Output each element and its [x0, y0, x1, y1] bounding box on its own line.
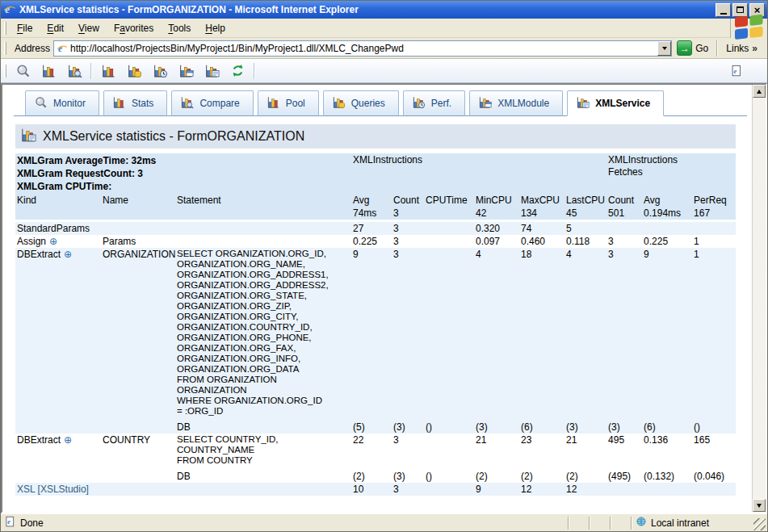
tab-pool[interactable]: Pool — [258, 90, 319, 116]
links-menu[interactable]: Links » — [721, 43, 764, 54]
value-cell: 18 — [519, 248, 564, 417]
menu-file[interactable]: File — [10, 20, 40, 36]
group-header-instructions: XMLInstructions — [351, 153, 606, 194]
totals-value: 0.194ms — [642, 207, 692, 220]
tab-monitor[interactable]: Monitor — [25, 90, 99, 116]
value-cell: 4 — [474, 248, 519, 417]
totals-value: 42 — [474, 207, 519, 220]
group-header-fetches-line: Fetches — [608, 166, 734, 178]
name-cell — [101, 467, 175, 483]
xmlmodule-button[interactable] — [174, 61, 198, 82]
statement-line: ORGANIZATION.ORG_ADDRESS2, — [177, 280, 350, 291]
tab-xmlservice[interactable]: XMLService — [567, 90, 664, 116]
value-cell — [424, 222, 474, 235]
totals-value: 74ms — [351, 207, 392, 220]
perf-button[interactable] — [148, 61, 172, 82]
title-bar: e XMLService statistics - FormORGANIZATI… — [1, 1, 767, 19]
summary-line: XMLGram RequestCount: 3 — [17, 167, 350, 180]
expand-icon[interactable]: ⊕ — [46, 236, 57, 247]
kind-label: DBExtract — [17, 249, 61, 260]
statement-line: = :ORG_ID — [177, 406, 350, 417]
name-cell — [101, 222, 175, 235]
toolbar-drag-grip[interactable] — [4, 65, 6, 77]
menu-favorites[interactable]: Favorites — [107, 20, 161, 36]
scroll-up-button[interactable] — [753, 85, 766, 98]
statement-cell — [175, 235, 351, 248]
monitor-button[interactable] — [10, 61, 35, 82]
value-cell: () — [692, 417, 736, 434]
pool-button[interactable] — [96, 61, 120, 82]
scrollbar-track[interactable] — [753, 98, 766, 499]
chevron-right-icon: » — [752, 43, 758, 54]
address-bar: Address e → Go Links » — [1, 38, 767, 59]
svg-text:e: e — [733, 66, 737, 74]
menu-help[interactable]: Help — [198, 20, 233, 36]
resize-grip[interactable] — [753, 518, 766, 530]
queries-icon — [332, 95, 346, 111]
table-row: StandardParams2730.320745 — [15, 222, 736, 235]
statement-line: SELECT COUNTRY_ID, — [177, 434, 350, 445]
tab-xmlmodule[interactable]: XMLModule — [469, 90, 563, 116]
statement-line: ORGANIZATION.ORG_NAME, — [177, 259, 350, 270]
table-subrow: DB(2)(3)()(2)(2)(2)(495)(0.132)(0.046) — [15, 467, 736, 483]
value-cell: 1 — [692, 235, 736, 248]
table-row: DBExtract⊕ORGANIZATIONSELECT ORGANIZATIO… — [15, 248, 736, 417]
value-cell — [424, 434, 474, 467]
expand-icon[interactable]: ⊕ — [61, 249, 72, 260]
menu-view[interactable]: View — [71, 20, 107, 36]
address-drag-grip[interactable] — [4, 42, 6, 55]
value-cell: () — [424, 417, 474, 434]
perf-icon — [412, 95, 426, 111]
tab-queries[interactable]: Queries — [323, 90, 399, 116]
refresh-button[interactable] — [225, 61, 250, 82]
expand-icon[interactable]: ⊕ — [61, 434, 72, 446]
xmlservice-button[interactable] — [199, 61, 224, 82]
tab-compare[interactable]: Compare — [171, 90, 253, 116]
totals-value: 45 — [564, 207, 606, 220]
menu-drag-grip[interactable] — [4, 22, 6, 35]
statement-line: ORGANIZATION.ORG_ADDRESS1, — [177, 270, 350, 280]
table-row: Assign⊕Params0.22530.0970.4600.11830.225… — [15, 235, 736, 248]
page-icon[interactable]: e — [730, 65, 743, 77]
address-input[interactable] — [70, 42, 655, 55]
value-cell: (2) — [351, 467, 392, 483]
address-dropdown-button[interactable] — [657, 41, 671, 56]
value-cell: (2) — [519, 467, 564, 483]
compare-icon — [180, 95, 194, 111]
value-cell — [692, 222, 736, 235]
menu-edit[interactable]: Edit — [40, 20, 71, 36]
go-arrow-icon: → — [677, 40, 692, 56]
status-panel — [569, 516, 589, 530]
table-column-header-row: KindNameStatementAvgCountCPUTimeMinCPUMa… — [15, 194, 736, 207]
value-cell — [642, 222, 692, 235]
statement-line: SELECT ORGANIZATION.ORG_ID, — [177, 249, 350, 259]
window-title: XMLService statistics - FormORGANIZATION… — [19, 4, 711, 15]
value-cell: 23 — [519, 434, 564, 467]
tab-stats[interactable]: Stats — [103, 90, 167, 116]
menu-tools[interactable]: Tools — [161, 20, 198, 36]
stats-button[interactable] — [36, 61, 61, 82]
statement-cell: SELECT ORGANIZATION.ORG_ID,ORGANIZATION.… — [175, 248, 351, 417]
kind-cell: StandardParams — [15, 222, 101, 235]
statement-cell — [175, 483, 351, 496]
tab-label: XMLService — [595, 98, 650, 109]
value-cell: 74 — [519, 222, 564, 235]
statement-line: ORGANIZATION.ORG_PHONE, — [177, 333, 350, 343]
window-minimize-button[interactable] — [716, 3, 731, 17]
menu-items: FileEditViewFavoritesToolsHelp — [10, 20, 233, 36]
status-panel — [611, 516, 631, 530]
statement-cell — [175, 222, 351, 235]
sub-label-cell: DB — [175, 467, 351, 483]
scroll-down-button[interactable] — [753, 499, 766, 512]
go-button[interactable]: → Go — [675, 40, 713, 57]
value-cell — [424, 235, 474, 248]
column-header: PerReq — [692, 194, 736, 207]
queries-button[interactable] — [122, 61, 146, 82]
tab-perf[interactable]: Perf. — [403, 90, 465, 116]
compare-button[interactable] — [62, 61, 86, 82]
xmlservice-icon — [576, 95, 590, 111]
value-cell: 3 — [392, 434, 424, 467]
totals-value: 134 — [519, 207, 564, 220]
windows-logo-icon — [730, 19, 767, 38]
statement-line: COUNTRY_NAME — [177, 445, 350, 455]
